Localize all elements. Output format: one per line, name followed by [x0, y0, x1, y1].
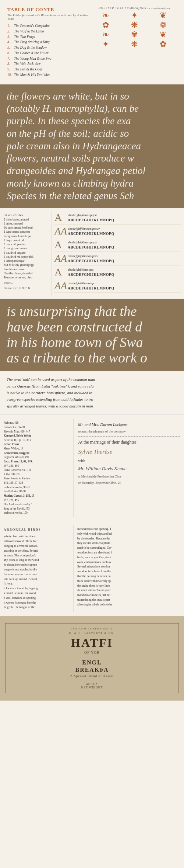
composer-item: 248, 395–97, 428: [4, 481, 70, 485]
preheat-note: Preheat oven to 16•°. W: [4, 286, 47, 290]
typo-sample: abcdefghijklmnopqr ABCDEFGHIJKLMNOPQ: [68, 281, 114, 291]
birds-left: ARBOREAL BIRDS ydactyl feet, with two to…: [0, 525, 74, 612]
typo-upper: ABCDEFGHIJKLMNOPQ: [68, 218, 114, 222]
arabesque-label: HOEFLER TEXT ARABESQUES in combination: [92, 7, 177, 10]
hydrangea-line: drangeoides and Hydrangea petiol: [7, 165, 177, 177]
oak-line: spirally arranged leaves, with a lobed m…: [7, 403, 177, 409]
toc-item: 3.The Two Frogs: [7, 35, 88, 40]
toc-item: 1.The Peacock's Complaint: [7, 24, 88, 29]
toc-num: 6.: [7, 51, 14, 56]
toc-item: 4.The Frog desiring a King: [7, 40, 88, 45]
birds-left-line: clinging to a vertical surface,: [4, 544, 70, 549]
composer-item: Korngold, Erich Wolfg: [4, 434, 70, 438]
recipe-line: 2 tsps. ground cumin: [4, 246, 47, 250]
product-top-sub: R. & C. HARTNETT & CO.: [9, 632, 175, 635]
from-line: Mr. and Mrs. Darren Lockport: [78, 421, 180, 428]
toc-title-text: The Man & His Two Wive: [14, 73, 50, 78]
composer-item: orchestral works, 100–: [4, 511, 70, 515]
recipe-line: ¼ cup canned tomato pa: [4, 234, 47, 238]
recipe-line: cut into ½" cubes: [4, 213, 47, 217]
product-section-name: ENGL: [9, 659, 175, 666]
birds-left-line: it locates a tunnel by tapping: [4, 586, 70, 591]
typo-row: A abcdefghijklmnopqrst ABCDEFGHIJKLMNOPQ: [54, 212, 181, 225]
large-text-line: in his home town of Swa: [7, 335, 177, 350]
birds-left-line: d until it makes an opening: [4, 596, 70, 601]
recipe-line: Lowfat sour cream: [4, 267, 47, 271]
birds-left-line: the same way as it is in most: [4, 572, 70, 577]
typo-upper: ABCDEFGHIJKLMNOPQ: [68, 272, 114, 277]
birds-left-line: grasping or perching. Several: [4, 549, 70, 553]
composer-list: Jealousy, 426Sinfoniettte, 96–98Slavonic…: [4, 421, 70, 515]
arabesque-7: ❧: [92, 31, 119, 39]
recipe-line: 1¼ cups canned beef broth: [4, 226, 47, 230]
toc-right: HOEFLER TEXT ARABESQUES in combination ❧…: [92, 7, 177, 78]
birds-right-line: the brain; there is very little: [77, 584, 180, 588]
birds-right-line: they are not visible to preda: [77, 541, 180, 546]
toc-num: 4.: [7, 40, 14, 45]
birds-right-content: inches) below the opening. Tonly with wo…: [77, 527, 180, 607]
birds-right-line: its small subarachnoid space: [77, 588, 180, 593]
typo-upper: ABCDEFGHIJKLMNOPQ: [68, 245, 114, 250]
product-net-weight: NET WEIGHT: [9, 686, 175, 689]
arabesque-grid: ❧ ✦ ❦ ✿ ❋ ❁ ❧ ✾ ❦ ✦ ❋ ✿: [92, 11, 177, 48]
arabesque-8: ✾: [121, 31, 148, 39]
large-text-line: have been constructed d: [7, 319, 177, 335]
recipe-line: 2 slices bacon, minced: [4, 218, 47, 222]
typo-upper: ABCDEFGHIJKLMNOPQ: [68, 258, 114, 263]
typo-rows: A abcdefghijklmnopqrst ABCDEFGHIJKLMNOPQ…: [54, 212, 181, 293]
arabesque-4: ✿: [92, 21, 119, 29]
composer-item: 197, 221, 495: [4, 498, 70, 503]
arabesque-2: ✦: [121, 11, 148, 20]
toc-item: 2.The Wolf & the Lamb: [7, 29, 88, 34]
index-right: Mr. and Mrs. Darren Lockport request the…: [74, 419, 184, 517]
product-section: TEA AND COFFEE MERC R. & C. HARTNETT & C…: [0, 616, 184, 701]
birds-right-line: that the pecking behavior ca: [77, 574, 180, 579]
toc-title-text: The Wolf & the Lamb: [14, 29, 44, 34]
composer-item: Leoncavallo, Ruggero: [4, 451, 70, 455]
bride-name: Sylvie Therèse: [78, 447, 180, 457]
composer-item: Piano Sonata in B mino: [4, 476, 70, 481]
dots-divider: [78, 436, 180, 437]
typo-row: A abcdefghijklmnopqrst ABCDEFGHIJKLMNOPQ: [54, 240, 181, 252]
toc-title-text: The Peacock's Complaint: [14, 24, 50, 29]
recipe-line: 1 tablespoon sugar: [4, 259, 47, 263]
product-divider2: [9, 680, 175, 680]
hydrangea-line: Species in the related genus Sch: [7, 190, 177, 202]
composer-item: E flat, 247–50: [4, 472, 70, 477]
product-top-text: TEA AND COFFEE MERC: [9, 627, 175, 630]
typo-letter: AA: [54, 281, 68, 291]
recipe-line: Cheddar cheese, shredded: [4, 271, 47, 275]
birds-right: inches) below the opening. Tonly with wo…: [74, 525, 184, 612]
birds-left-line: any cases as long as the wood-: [4, 558, 70, 563]
birds-right-line: only with wood chips and bei: [77, 532, 180, 537]
toc-item: 7.The Young Man & the Swa: [7, 56, 88, 62]
product-item: BREAKFA: [9, 667, 175, 673]
oak-lines: The term 'oak' can be used as part of th…: [7, 376, 177, 410]
typo-sample: abcdefghijklmnopqrstu ABCDEFGHIJKLMNOPQ: [68, 254, 114, 263]
toc-num: 3.: [7, 35, 14, 40]
composer-item: 197, 221, 495: [4, 464, 70, 468]
arabesque-11: ❋: [121, 40, 148, 48]
typo-sample: abcdefghijklmnopqrst ABCDEFGHIJKLMNOPQ: [68, 213, 114, 222]
typo-section: cut into ½" cubes2 slices bacon, minced1…: [0, 208, 184, 299]
typo-lower: abcdefghijklmnopqrst: [68, 240, 114, 245]
typo-letter: A: [54, 212, 68, 223]
toc-num: 5.: [7, 45, 14, 51]
toc-items: 1.The Peacock's Complaint2.The Wolf & th…: [7, 24, 88, 78]
typo-letter: A: [54, 267, 68, 277]
birds-right-line: mandibular muscles just bef: [77, 593, 180, 598]
birds-left-line: ydactyl feet, with two toes: [4, 534, 70, 539]
recipe-line: 3 tbsps. peanut oil: [4, 238, 47, 242]
birds-right-line: transmitting the impact past: [77, 598, 180, 603]
recipe-line: 1 onion, chopped: [4, 222, 47, 226]
recipe-content: cut into ½" cubes2 slices bacon, minced1…: [4, 213, 47, 280]
large-text-line: as a tribute to the work o: [7, 350, 177, 366]
hydrangea-line: pale cream also in Hydrangeacea: [7, 140, 177, 153]
toc-title-text: The Fox & the Goat: [14, 67, 42, 72]
composer-item: Jealousy, 426: [4, 421, 70, 425]
hydrangea-lines: the flowers are white, but in so(notably…: [7, 90, 177, 202]
birds-section: ARBOREAL BIRDS ydactyl feet, with two to…: [0, 521, 184, 616]
toc-item: 5.The Dog & the Shadow: [7, 45, 88, 51]
toc-item: 10.The Man & His Two Wive: [7, 73, 88, 78]
composer-item: Piano Concerto No. 1, in: [4, 468, 70, 472]
